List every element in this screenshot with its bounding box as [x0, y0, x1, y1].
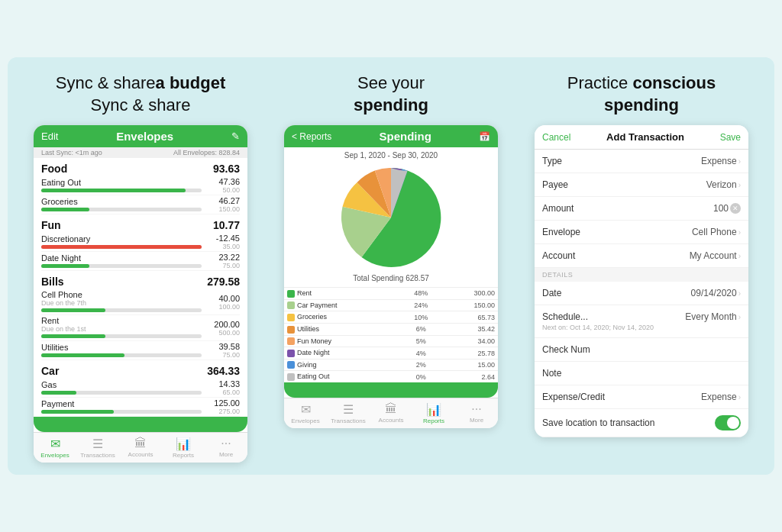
spending-pie-chart — [330, 164, 452, 271]
schedule-next: Next on: Oct 14, 2020; Nov 14, 2020 — [542, 324, 654, 331]
edit-icon[interactable]: ✎ — [231, 131, 240, 142]
txn-row-account[interactable]: Account My Account › — [535, 244, 748, 268]
txn-row-amount[interactable]: Amount 100 ✕ — [535, 197, 748, 221]
date-range: Sep 1, 2020 - Sep 30, 2020 — [284, 147, 498, 161]
more-icon-2: ··· — [471, 402, 481, 416]
panel-envelopes: Sync & sharea budget Sync & share Edit E… — [20, 73, 261, 463]
cancel-button[interactable]: Cancel — [542, 132, 570, 143]
category-bills: Bills 279.58 — [41, 271, 240, 289]
nav2-envelopes[interactable]: ✉ Envelopes — [284, 402, 327, 424]
nav-envelopes[interactable]: ✉ Envelopes — [34, 437, 76, 459]
nav-more[interactable]: ··· More — [205, 437, 247, 459]
panel3-headline: Practice conscious spending — [567, 73, 716, 116]
add-transaction-header: Cancel Add Transaction Save — [535, 125, 748, 150]
envelope-icon-2: ✉ — [301, 402, 311, 417]
app-container: Sync & sharea budget Sync & share Edit E… — [8, 57, 774, 475]
panel1-headline: Sync & sharea budget Sync & share — [56, 73, 226, 116]
txn-row-expense-credit[interactable]: Expense/Credit Expense › — [535, 385, 748, 409]
txn-row-save-location[interactable]: Save location to transaction — [535, 409, 748, 437]
nav-reports[interactable]: 📊 Reports — [162, 437, 205, 459]
env-item-discretionary[interactable]: Discretionary -12.45 35.00 — [41, 233, 240, 252]
bottom-nav-1: ✉ Envelopes ☰ Transactions 🏛 Accounts 📊 … — [34, 432, 247, 463]
all-envelopes: All Envelopes: 828.84 — [173, 149, 240, 156]
accounts-icon-2: 🏛 — [385, 402, 397, 416]
legend-row-rent: Rent 48% 300.00 — [284, 288, 498, 300]
phone-screen-2: < Reports Spending 📅 Sep 1, 2020 - Sep 3… — [284, 125, 498, 428]
back-button[interactable]: < Reports — [292, 131, 331, 142]
nav2-reports[interactable]: 📊 Reports — [412, 402, 455, 424]
env-item-date-night[interactable]: Date Night 23.22 75.00 — [41, 252, 240, 271]
bottom-wave-2 — [284, 382, 498, 398]
bottom-nav-2: ✉ Envelopes ☰ Transactions 🏛 Accounts 📊 … — [284, 398, 498, 428]
env-header: Edit Envelopes ✎ — [34, 125, 247, 147]
envelope-icon: ✉ — [50, 437, 60, 451]
env-item-payment[interactable]: Payment 125.00 275.00 — [41, 398, 240, 417]
sync-bar: Last Sync: <1m ago All Envelopes: 828.84 — [34, 147, 247, 158]
accounts-icon: 🏛 — [134, 437, 147, 450]
legend-row-eating-out: Eating Out 0% 2.64 — [284, 371, 498, 382]
txn-row-schedule[interactable]: Schedule... Every Month › Next on: Oct 1… — [535, 305, 748, 338]
reports-icon-2: 📊 — [426, 402, 441, 417]
details-section-header: DETAILS — [535, 268, 748, 282]
legend-row-giving: Giving 2% 15.00 — [284, 359, 498, 371]
env-item-rent[interactable]: Rent Due on the 1st 200.00 500.00 — [41, 315, 240, 341]
nav-transactions[interactable]: ☰ Transactions — [76, 437, 119, 459]
legend-row-datenight: Date Night 4% 25.78 — [284, 347, 498, 360]
legend-row-fun: Fun Money 5% 34.00 — [284, 335, 498, 347]
env-item-utilities[interactable]: Utilities 39.58 75.00 — [41, 341, 240, 360]
env-item-groceries[interactable]: Groceries 46.27 150.00 — [41, 195, 240, 214]
reports-header: < Reports Spending 📅 — [284, 125, 498, 147]
nav-accounts[interactable]: 🏛 Accounts — [119, 437, 162, 459]
calendar-icon[interactable]: 📅 — [479, 131, 490, 142]
headline-normal: Sync & share — [56, 73, 156, 92]
panel-reports: See yourspending < Reports Spending 📅 Se… — [270, 73, 512, 463]
amount-clear-icon[interactable]: ✕ — [730, 203, 741, 214]
legend-row-utilities: Utilities 6% 35.42 — [284, 323, 498, 335]
transactions-icon: ☰ — [92, 437, 103, 451]
category-food: Food 93.63 — [41, 158, 240, 176]
legend-row-groceries: Groceries 10% 65.73 — [284, 311, 498, 324]
total-spending: Total Spending 628.57 — [284, 274, 498, 287]
last-sync: Last Sync: <1m ago — [41, 149, 102, 156]
pie-chart-container — [284, 161, 498, 274]
nav2-accounts[interactable]: 🏛 Accounts — [370, 402, 412, 424]
add-transaction-title: Add Transaction — [606, 131, 684, 143]
category-fun: Fun 10.77 — [41, 214, 240, 233]
env-item-eating-out[interactable]: Eating Out 47.36 50.00 — [41, 176, 240, 195]
location-toggle[interactable] — [715, 415, 741, 430]
phone-screen-3: Cancel Add Transaction Save Type Expense… — [535, 125, 748, 437]
save-button[interactable]: Save — [720, 132, 741, 143]
edit-button[interactable]: Edit — [41, 131, 58, 142]
txn-row-payee[interactable]: Payee Verizon › — [535, 173, 748, 197]
bottom-wave-1 — [34, 417, 247, 432]
txn-row-envelope[interactable]: Envelope Cell Phone › — [535, 221, 748, 244]
category-car: Car 364.33 — [41, 360, 240, 379]
panel2-headline: See yourspending — [354, 73, 428, 116]
txn-row-note[interactable]: Note — [535, 362, 748, 385]
txn-row-type[interactable]: Type Expense › — [535, 150, 748, 173]
spending-title: Spending — [380, 130, 431, 143]
nav2-transactions[interactable]: ☰ Transactions — [327, 402, 370, 424]
headline-sync: Sync & share — [91, 95, 191, 114]
env-item-cell-phone[interactable]: Cell Phone Due on the 7th 40.00 100.00 — [41, 289, 240, 315]
envelopes-title: Envelopes — [116, 130, 173, 143]
txn-row-checknum[interactable]: Check Num — [535, 338, 748, 362]
envelopes-body: Food 93.63 Eating Out 47.36 50.00 Groc — [34, 158, 247, 417]
nav2-more[interactable]: ··· More — [455, 402, 498, 424]
reports-icon: 📊 — [176, 437, 191, 451]
transactions-icon-2: ☰ — [343, 402, 354, 417]
more-icon: ··· — [221, 437, 231, 450]
phone-screen-1: Edit Envelopes ✎ Last Sync: <1m ago All … — [34, 125, 247, 463]
txn-row-date[interactable]: Date 09/14/2020 › — [535, 282, 748, 305]
panel-transaction: Practice conscious spending Cancel Add T… — [521, 73, 762, 463]
env-item-gas[interactable]: Gas 14.33 65.00 — [41, 379, 240, 398]
legend-row-car: Car Payment 24% 150.00 — [284, 299, 498, 311]
headline-bold: a budget — [156, 73, 226, 92]
legend-table: Rent 48% 300.00 Car Payment 24% 150.00 G… — [284, 287, 498, 382]
